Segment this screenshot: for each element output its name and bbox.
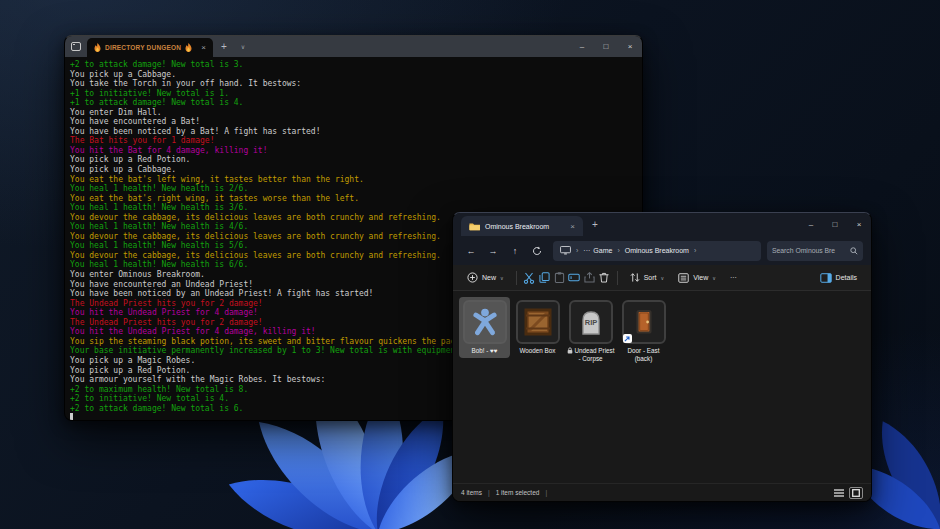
terminal-titlebar[interactable]: DIRECTORY DUNGEON × + ∨ – □ × xyxy=(65,36,642,57)
file-item-bob[interactable]: Bob! - ♥♥ xyxy=(459,297,510,358)
new-plus-icon xyxy=(467,272,478,283)
chevron-down-icon: ∨ xyxy=(661,275,665,281)
file-item-undead-priest-corpse[interactable]: RIP Undead Priest - Corpse xyxy=(565,297,616,365)
terminal-line: You enter Dim Hall. xyxy=(70,108,637,118)
minimize-button[interactable]: – xyxy=(799,213,823,236)
copy-button[interactable] xyxy=(538,271,551,284)
back-button[interactable]: ← xyxy=(461,241,481,261)
view-button[interactable]: View ∨ xyxy=(672,268,722,288)
new-tab-button[interactable]: + xyxy=(583,213,607,236)
terminal-line: You pick up a Cabbage. xyxy=(70,70,637,80)
paste-button[interactable] xyxy=(553,271,566,284)
explorer-titlebar[interactable]: Ominous Breakroom × + – □ × xyxy=(453,213,871,236)
more-options-button[interactable]: ··· xyxy=(724,268,743,288)
item-count: 4 items xyxy=(461,489,482,496)
door-icon xyxy=(622,300,666,344)
toolbar-divider xyxy=(516,271,517,285)
terminal-tab-title: DIRECTORY DUNGEON xyxy=(105,44,181,51)
explorer-file-grid: Bob! - ♥♥ Wooden Box RIP Undead Priest -… xyxy=(453,291,871,483)
terminal-line: You pick up a Cabbage. xyxy=(70,165,637,175)
tab-close-icon[interactable]: × xyxy=(201,43,206,52)
text-cursor xyxy=(70,413,73,421)
fire-icon xyxy=(94,43,101,52)
status-divider: | xyxy=(488,489,490,496)
thumbnail-view-toggle[interactable] xyxy=(849,487,863,499)
details-pane-icon xyxy=(820,273,832,283)
file-item-wooden-box[interactable]: Wooden Box xyxy=(512,297,563,358)
terminal-line: You have encountered a Bat! xyxy=(70,117,637,127)
close-button[interactable]: × xyxy=(618,36,642,57)
minimize-button[interactable]: – xyxy=(570,36,594,57)
this-pc-icon xyxy=(560,246,571,255)
breadcrumb-ellipsis[interactable]: ··· xyxy=(583,247,590,254)
file-item-label: Undead Priest xyxy=(567,347,615,355)
tombstone-icon: RIP xyxy=(569,300,613,344)
file-item-label: Wooden Box xyxy=(520,347,556,355)
terminal-line: +1 to attack damage! New total is 4. xyxy=(70,98,637,108)
new-tab-button[interactable]: + xyxy=(213,41,235,52)
forward-button[interactable]: → xyxy=(483,241,503,261)
terminal-app-icon xyxy=(65,36,87,57)
close-button[interactable]: × xyxy=(847,213,871,236)
breadcrumb-chevron: › xyxy=(574,247,580,254)
terminal-line: You eat the bat's right wing, it tastes … xyxy=(70,194,637,204)
list-view-toggle[interactable] xyxy=(832,487,846,499)
crate-icon xyxy=(516,300,560,344)
new-button[interactable]: New ∨ xyxy=(461,268,510,288)
sort-icon xyxy=(630,272,640,283)
cut-button[interactable] xyxy=(523,271,536,284)
file-item-label: Door - East xyxy=(628,347,660,355)
rename-button[interactable] xyxy=(568,271,581,284)
toolbar-divider xyxy=(617,271,618,285)
breadcrumb-chevron: › xyxy=(692,247,698,254)
new-button-label: New xyxy=(482,274,496,281)
file-item-label-line2: (back) xyxy=(635,355,653,363)
terminal-line: +2 to attack damage! New total is 3. xyxy=(70,60,637,70)
details-button-label: Details xyxy=(836,274,857,281)
refresh-button[interactable] xyxy=(527,241,547,261)
terminal-line: You hit the Bat for 4 damage, killing it… xyxy=(70,146,637,156)
terminal-line: The Bat hits you for 1 damage! xyxy=(70,136,637,146)
tab-dropdown-icon[interactable]: ∨ xyxy=(235,43,251,50)
file-item-door-east[interactable]: Door - East (back) xyxy=(618,297,669,365)
terminal-line: You take the Torch in your off hand. It … xyxy=(70,79,637,89)
explorer-address-bar: ← → ↑ › ··· Game › Ominous Breakroom › S… xyxy=(453,236,871,265)
explorer-window: Ominous Breakroom × + – □ × ← → ↑ › ··· … xyxy=(452,212,872,502)
breadcrumb-chevron: › xyxy=(615,247,621,254)
terminal-line: You heal 1 health! New health is 2/6. xyxy=(70,184,637,194)
maximize-button[interactable]: □ xyxy=(594,36,618,57)
tab-close-icon[interactable]: × xyxy=(570,222,575,231)
view-button-label: View xyxy=(693,274,708,281)
sort-button[interactable]: Sort ∨ xyxy=(624,268,671,288)
lock-icon xyxy=(567,347,573,354)
player-icon xyxy=(463,300,507,344)
explorer-tab[interactable]: Ominous Breakroom × xyxy=(461,216,583,236)
details-button[interactable]: Details xyxy=(814,268,863,288)
delete-button[interactable] xyxy=(598,271,611,284)
up-button[interactable]: ↑ xyxy=(505,241,525,261)
search-input[interactable]: Search Ominous Bre xyxy=(767,241,863,261)
terminal-line: +1 to initiative! New total is 1. xyxy=(70,89,637,99)
folder-icon xyxy=(469,222,480,231)
view-icon xyxy=(678,273,689,283)
share-button[interactable] xyxy=(583,271,596,284)
terminal-tab[interactable]: DIRECTORY DUNGEON × xyxy=(87,38,213,57)
file-item-label-line2: - Corpse xyxy=(578,355,602,363)
breadcrumb-item-game[interactable]: Game xyxy=(593,247,612,254)
terminal-line: You eat the bat's left wing, it tastes b… xyxy=(70,175,637,185)
fire-icon xyxy=(185,43,192,52)
search-placeholder: Search Ominous Bre xyxy=(772,247,850,254)
status-divider: | xyxy=(545,489,547,496)
explorer-status-bar: 4 items | 1 item selected | xyxy=(453,483,871,501)
breadcrumb[interactable]: › ··· Game › Ominous Breakroom › xyxy=(553,241,761,261)
explorer-tab-title: Ominous Breakroom xyxy=(485,223,549,230)
maximize-button[interactable]: □ xyxy=(823,213,847,236)
desktop: DIRECTORY DUNGEON × + ∨ – □ × +2 to atta… xyxy=(0,0,940,529)
chevron-down-icon: ∨ xyxy=(712,275,716,281)
shortcut-arrow-icon xyxy=(623,334,632,343)
breadcrumb-item-current[interactable]: Ominous Breakroom xyxy=(625,247,689,254)
sort-button-label: Sort xyxy=(644,274,657,281)
selection-count: 1 item selected xyxy=(496,489,540,496)
file-item-label: Bob! - ♥♥ xyxy=(471,347,497,355)
search-icon xyxy=(850,247,858,255)
